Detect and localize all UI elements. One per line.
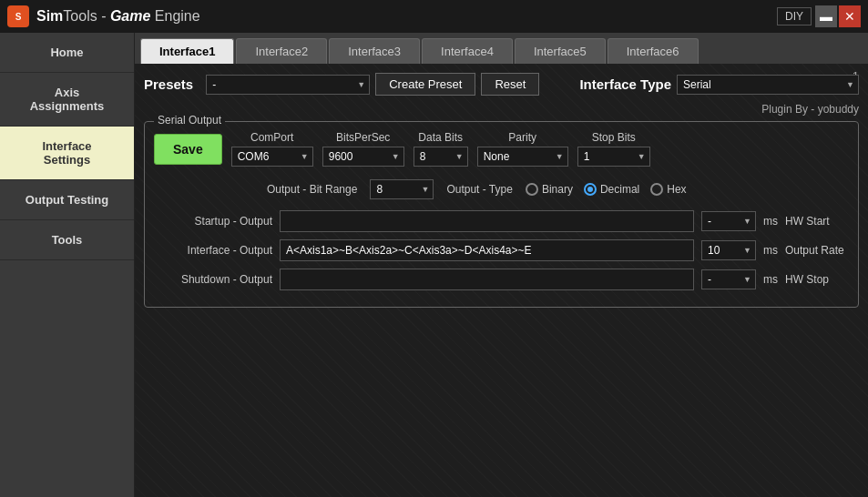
shutdown-ms-select[interactable]: -102050 — [701, 269, 756, 289]
bitspersec-select-wrap: 960012002400480019200 — [322, 147, 404, 167]
databits-label: Data Bits — [418, 131, 463, 144]
sidebar-item-home[interactable]: Home — [0, 33, 134, 73]
svg-text:S: S — [15, 12, 22, 22]
serial-output-box: Serial Output Save ComPort COM6COM1COM2C… — [144, 121, 859, 308]
interface-output-row: Interface - Output 102050- ms Output Rat… — [154, 239, 849, 261]
startup-row: Startup - Output -102050 ms HW Start — [154, 210, 849, 232]
startup-ms-select[interactable]: -102050 — [701, 211, 756, 231]
tab-interface6[interactable]: Interface6 — [608, 38, 699, 64]
app-title: SimTools - Game Engine — [36, 8, 200, 25]
interface-output-ms-select-wrap: 102050- — [701, 240, 756, 260]
bitrange-label: Output - Bit Range — [267, 183, 357, 196]
startup-input[interactable] — [280, 210, 694, 232]
tab-interface4[interactable]: Interface4 — [422, 38, 513, 64]
minimize-icon: ▬ — [820, 9, 832, 24]
sidebar-item-axis-assignments[interactable]: AxisAssignments — [0, 73, 134, 127]
radio-decimal-circle — [584, 183, 597, 196]
interface-tabs: Interface1 Interface2 Interface3 Interfa… — [135, 33, 868, 64]
bitrange-select-wrap: 8101216 — [370, 179, 434, 199]
close-icon: ✕ — [844, 9, 855, 24]
create-preset-button[interactable]: Create Preset — [375, 73, 475, 96]
tab-interface2[interactable]: Interface2 — [236, 38, 327, 64]
bitspersec-select[interactable]: 960012002400480019200 — [322, 147, 404, 167]
radio-binary[interactable]: Binary — [526, 183, 573, 196]
app-logo: S — [7, 5, 29, 27]
interface-type-select-wrap: Serial USB — [677, 75, 859, 95]
main-layout: Home AxisAssignments InterfaceSettings O… — [0, 33, 868, 497]
startup-ms-select-wrap: -102050 — [701, 211, 756, 231]
com-settings-row: Save ComPort COM6COM1COM2COM3 BitsPerSec — [154, 131, 849, 167]
bitspersec-label: BitsPerSec — [336, 131, 390, 144]
shutdown-label: Shutdown - Output — [154, 273, 272, 286]
comport-label: ComPort — [250, 131, 293, 144]
shutdown-ms-select-wrap: -102050 — [701, 269, 756, 289]
databits-select-wrap: 8567 — [414, 147, 468, 167]
bitrange-row: Output - Bit Range 8101216 Output - Type… — [154, 179, 849, 199]
radio-decimal[interactable]: Decimal — [584, 183, 639, 196]
output-type-label: Output - Type — [446, 183, 513, 196]
panel: 1 Presets - Create Preset Reset Interfac… — [135, 64, 868, 497]
interface-output-ms-select[interactable]: 102050- — [701, 240, 756, 260]
stopbits-select[interactable]: 11.52 — [577, 147, 650, 167]
sidebar: Home AxisAssignments InterfaceSettings O… — [0, 33, 135, 497]
shutdown-tag: HW Stop — [785, 273, 849, 286]
shutdown-row: Shutdown - Output -102050 ms HW Stop — [154, 269, 849, 290]
startup-tag: HW Start — [785, 215, 849, 228]
sidebar-item-tools[interactable]: Tools — [0, 220, 134, 260]
interface-type-select[interactable]: Serial USB — [677, 75, 859, 95]
presets-select-wrap: - — [206, 75, 370, 95]
parity-label: Parity — [508, 131, 536, 144]
stopbits-select-wrap: 11.52 — [577, 147, 650, 167]
save-button[interactable]: Save — [154, 134, 222, 165]
comport-select-wrap: COM6COM1COM2COM3 — [231, 147, 313, 167]
minimize-button[interactable]: ▬ — [815, 5, 837, 27]
shutdown-ms-label: ms — [763, 273, 778, 286]
databits-select[interactable]: 8567 — [414, 147, 468, 167]
titlebar: S SimTools - Game Engine DIY ▬ ✕ — [0, 0, 868, 33]
sidebar-item-interface-settings[interactable]: InterfaceSettings — [0, 127, 134, 180]
interface-output-label: Interface - Output — [154, 244, 272, 257]
interface-type-section: Interface Type Serial USB — [579, 75, 859, 95]
content-area: Interface1 Interface2 Interface3 Interfa… — [135, 33, 868, 497]
bitrange-select[interactable]: 8101216 — [370, 179, 434, 199]
sidebar-item-output-testing[interactable]: Output Testing — [0, 180, 134, 220]
reset-button[interactable]: Reset — [481, 73, 539, 96]
presets-section: Presets - Create Preset Reset — [144, 73, 539, 96]
interface-output-input[interactable] — [280, 239, 694, 261]
presets-select[interactable]: - — [206, 75, 370, 95]
output-type-radio-group: Binary Decimal Hex — [526, 183, 687, 196]
startup-ms-label: ms — [763, 215, 778, 228]
close-button[interactable]: ✕ — [839, 5, 861, 27]
comport-select[interactable]: COM6COM1COM2COM3 — [231, 147, 313, 167]
shutdown-input[interactable] — [280, 269, 694, 290]
presets-label: Presets — [144, 76, 193, 92]
plugin-by: Plugin By - yobuddy — [144, 103, 859, 116]
presets-row: Presets - Create Preset Reset Interface … — [144, 73, 859, 96]
radio-binary-circle — [526, 183, 538, 196]
interface-output-tag: Output Rate — [785, 244, 849, 257]
interface-output-ms-label: ms — [763, 244, 778, 257]
parity-select-wrap: NoneOddEvenMarkSpace — [477, 147, 568, 167]
startup-label: Startup - Output — [154, 215, 272, 228]
tab-interface5[interactable]: Interface5 — [515, 38, 606, 64]
parity-select[interactable]: NoneOddEvenMarkSpace — [477, 147, 568, 167]
tab-interface3[interactable]: Interface3 — [329, 38, 420, 64]
tab-interface1[interactable]: Interface1 — [140, 38, 234, 64]
serial-output-label: Serial Output — [154, 114, 225, 127]
radio-hex-circle — [650, 183, 663, 196]
interface-type-label: Interface Type — [579, 76, 671, 92]
diy-button[interactable]: DIY — [777, 7, 812, 25]
radio-hex[interactable]: Hex — [650, 183, 686, 196]
stopbits-label: Stop Bits — [592, 131, 636, 144]
